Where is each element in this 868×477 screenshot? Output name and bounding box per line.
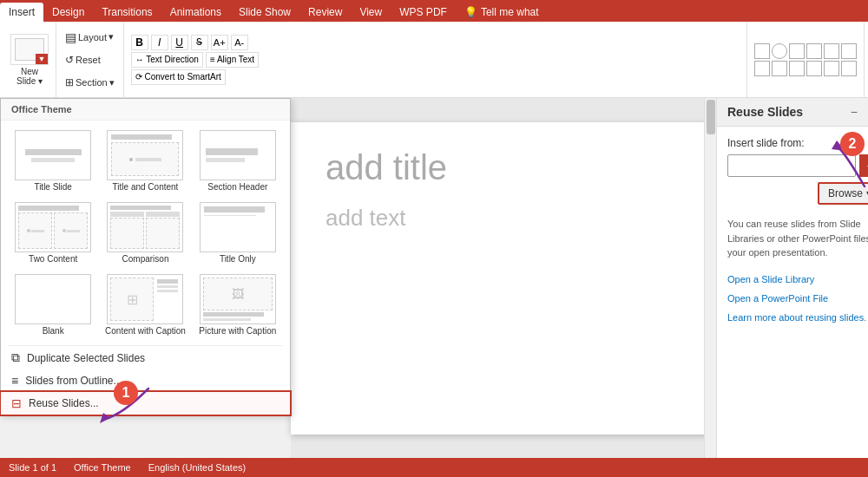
scroll-track[interactable] — [704, 98, 716, 458]
ribbon: Insert Design Transitions Animations Sli… — [0, 0, 868, 98]
browse-button[interactable]: Browse ▾ — [818, 182, 868, 205]
layout-title-slide-label: Title Slide — [34, 182, 72, 192]
reuse-slides-panel: Reuse Slides − ✕ Insert slide from: → Br… — [716, 98, 868, 458]
status-bar: Slide 1 of 1 Office Theme English (Unite… — [0, 458, 868, 477]
language: English (United States) — [148, 462, 247, 473]
shape-item[interactable] — [754, 61, 770, 76]
new-slide-group: ▼ New Slide ▾ — [3, 22, 56, 97]
shape-item[interactable] — [754, 43, 770, 59]
lightbulb-icon: 💡 — [464, 6, 477, 18]
layout-picture-caption-label: Picture with Caption — [199, 326, 276, 336]
shape-item[interactable] — [841, 43, 857, 59]
layout-dropdown: Office Theme Title Slide — [0, 98, 291, 415]
shape-item[interactable] — [806, 61, 822, 76]
panel-header: Reuse Slides − ✕ — [717, 98, 868, 127]
layout-comparison[interactable]: Comparison — [102, 199, 188, 266]
slide-title[interactable]: add title — [326, 148, 681, 187]
layout-section-header[interactable]: Section Header — [194, 127, 281, 194]
tab-insert[interactable]: Insert — [0, 3, 43, 22]
theme-name: Office Theme — [74, 462, 131, 473]
font-size-decrease[interactable]: A- — [231, 35, 248, 50]
duplicate-icon: ⧉ — [11, 350, 20, 365]
insert-from-input[interactable] — [727, 154, 856, 177]
scroll-thumb[interactable] — [707, 100, 715, 134]
shape-item[interactable] — [824, 61, 839, 76]
layout-content-caption-label: Content with Caption — [105, 326, 186, 336]
shape-item[interactable] — [789, 61, 805, 76]
layout-comparison-label: Comparison — [122, 254, 169, 264]
font-size-increase[interactable]: A+ — [211, 35, 228, 50]
reuse-icon: ⊟ — [11, 396, 22, 410]
shape-item[interactable] — [824, 43, 839, 59]
layout-title-only-label: Title Only — [220, 254, 256, 264]
underline-btn[interactable]: U — [171, 35, 188, 50]
shapes-group — [747, 22, 865, 97]
tab-slideshow[interactable]: Slide Show — [230, 3, 299, 22]
panel-title: Reuse Slides — [727, 105, 803, 119]
tab-animations[interactable]: Animations — [161, 3, 230, 22]
main-area: Office Theme Title Slide — [0, 98, 868, 458]
shape-item[interactable] — [789, 43, 805, 59]
font-group: B I U S̶ A+ A- ↔ Text Direction ≡ Align … — [124, 22, 747, 97]
insert-go-button[interactable]: → — [859, 154, 868, 177]
bold-btn[interactable]: B — [131, 35, 148, 50]
menu-item-reuse[interactable]: ⊟ Reuse Slides... — [1, 392, 290, 415]
layout-title-slide[interactable]: Title Slide — [10, 127, 96, 194]
ribbon-tabs: Insert Design Transitions Animations Sli… — [0, 0, 868, 22]
slide: add title add text — [291, 122, 716, 435]
layout-title-content[interactable]: Title and Content — [102, 127, 188, 194]
tab-transitions[interactable]: Transitions — [93, 3, 161, 22]
convert-smartart-btn[interactable]: ⟳ Convert to SmartArt — [131, 69, 226, 85]
slide-canvas: add title add text — [291, 98, 716, 458]
layout-blank[interactable]: Blank — [10, 271, 96, 338]
layout-two-content[interactable]: Two Content — [10, 199, 96, 266]
panel-body: Insert slide from: → Browse ▾ — [717, 127, 868, 458]
shape-item[interactable] — [772, 61, 787, 76]
layout-two-content-label: Two Content — [29, 254, 77, 264]
ribbon-bar: ▼ New Slide ▾ ▤ Layout ▾ ↺ Reset ⊞ Secti… — [0, 22, 868, 98]
layout-button[interactable]: ▤ Layout ▾ — [63, 29, 116, 46]
tell-me-bar[interactable]: 💡 Tell me what — [456, 3, 548, 22]
section-button[interactable]: ⊞ Section ▾ — [63, 75, 116, 90]
italic-btn[interactable]: I — [151, 35, 168, 50]
panel-minimize-btn[interactable]: − — [847, 105, 861, 119]
layout-blank-label: Blank — [43, 326, 64, 336]
strikethrough-btn[interactable]: S̶ — [191, 35, 208, 50]
layout-picture-caption[interactable]: 🖼 Picture with Caption — [194, 271, 281, 338]
learn-more-link[interactable]: Learn more about reusing slides. — [727, 312, 868, 323]
tab-view[interactable]: View — [351, 3, 391, 22]
panel-close-btn[interactable]: ✕ — [865, 105, 868, 119]
layout-section-header-label: Section Header — [207, 182, 267, 192]
layout-title-only[interactable]: Title Only — [194, 199, 281, 266]
layout-content-caption[interactable]: ⊞ Content with Caption — [102, 271, 188, 338]
shape-item[interactable] — [772, 43, 787, 59]
insert-label: Insert slide from: — [727, 137, 868, 149]
description-text: You can reuse slides from Slide Librarie… — [727, 217, 868, 260]
align-text-btn[interactable]: ≡ Align Text — [206, 52, 259, 68]
slide-text[interactable]: add text — [326, 205, 681, 232]
open-powerpoint-link[interactable]: Open a PowerPoint File — [727, 293, 868, 304]
slide-count: Slide 1 of 1 — [9, 462, 56, 473]
text-direction-btn[interactable]: ↔ Text Direction — [131, 52, 203, 68]
slide-options-group: ▤ Layout ▾ ↺ Reset ⊞ Section ▾ — [56, 22, 124, 97]
shape-item[interactable] — [841, 61, 857, 76]
layout-title-content-label: Title and Content — [113, 182, 179, 192]
menu-item-outline[interactable]: ≡ Slides from Outline... — [1, 369, 290, 392]
tab-design[interactable]: Design — [43, 3, 93, 22]
dropdown-section-label: Office Theme — [1, 99, 290, 121]
tab-review[interactable]: Review — [299, 3, 351, 22]
open-slide-library-link[interactable]: Open a Slide Library — [727, 274, 868, 284]
tab-wps-pdf[interactable]: WPS PDF — [391, 3, 456, 22]
menu-item-duplicate[interactable]: ⧉ Duplicate Selected Slides — [1, 346, 290, 369]
reset-button[interactable]: ↺ Reset — [63, 52, 116, 68]
new-slide-button[interactable]: ▼ New Slide ▾ — [10, 34, 49, 86]
shape-item[interactable] — [806, 43, 822, 59]
outline-icon: ≡ — [11, 374, 18, 388]
